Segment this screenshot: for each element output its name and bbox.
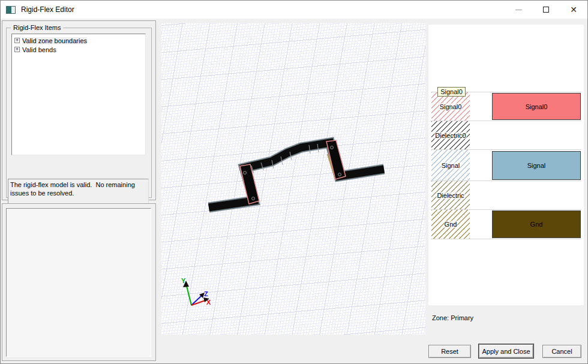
layer-block-signal0[interactable]: Signal0 [492, 93, 581, 120]
rigid-flex-items-panel: Rigid-Flex Items + Valid zone boundaries… [2, 20, 156, 200]
layer-separator [431, 239, 581, 239]
maximize-button[interactable] [532, 1, 560, 19]
layer-hatch-signal[interactable]: Signal [431, 150, 470, 181]
tree-item-valid-zone-boundaries[interactable]: + Valid zone boundaries [13, 36, 144, 45]
titlebar[interactable]: Rigid-Flex Editor ✕ [1, 1, 587, 19]
layer-hatch-dielectric0[interactable]: Dielectric0 [431, 121, 470, 149]
expand-icon[interactable]: + [14, 38, 20, 43]
3d-viewport[interactable]: Y Z X [161, 23, 425, 335]
y-axis-label: Y [181, 277, 186, 284]
layer-block-signal[interactable]: Signal [492, 151, 581, 180]
axis-triad: Y Z X [181, 277, 211, 306]
app-window-icon [6, 6, 16, 14]
rigid-flex-items-groupbox: Rigid-Flex Items + Valid zone boundaries… [6, 28, 152, 198]
apply-and-close-button[interactable]: Apply and Close [478, 344, 534, 359]
rigid-flex-board-scene: Y Z X [161, 23, 425, 335]
minimize-button[interactable] [505, 1, 532, 19]
x-axis-label: X [206, 299, 211, 306]
close-button[interactable]: ✕ [560, 1, 587, 19]
groupbox-title: Rigid-Flex Items [11, 24, 63, 31]
rigid-flex-editor-window: Rigid-Flex Editor ✕ Rigid-Flex Items + V… [0, 0, 588, 364]
flex-body[interactable] [209, 143, 384, 207]
z-axis-label: Z [204, 290, 208, 297]
zone-label: Zone: Primary [432, 314, 473, 321]
layer-hatch-gnd[interactable]: Gnd [431, 210, 470, 239]
expand-icon[interactable]: + [14, 47, 20, 52]
tree-item-label[interactable]: Valid zone boundaries [22, 37, 87, 44]
tree-item-label[interactable]: Valid bends [22, 46, 56, 53]
minimize-icon [515, 10, 522, 10]
layer-hatch-signal0[interactable]: Signal0 [431, 92, 470, 121]
layer-tooltip: Signal0 [437, 87, 466, 97]
y-axis-line [187, 286, 191, 305]
close-icon: ✕ [570, 5, 577, 14]
details-panel-content [6, 208, 151, 357]
layer-block-gnd[interactable]: Gnd [492, 210, 581, 238]
cancel-button[interactable]: Cancel [542, 345, 581, 358]
items-tree[interactable]: + Valid zone boundaries + Valid bends [11, 34, 146, 155]
layer-hatch-dielectric[interactable]: Dielectric [431, 181, 470, 209]
window-controls: ✕ [505, 1, 587, 19]
maximize-icon [543, 7, 549, 13]
window-title: Rigid-Flex Editor [21, 5, 74, 14]
reset-button[interactable]: Reset [428, 345, 471, 358]
stackup-panel: Signal0 Dielectric0 Signal Dielectric Gn… [428, 25, 584, 305]
details-panel [2, 203, 156, 361]
tree-item-valid-bends[interactable]: + Valid bends [13, 45, 144, 54]
